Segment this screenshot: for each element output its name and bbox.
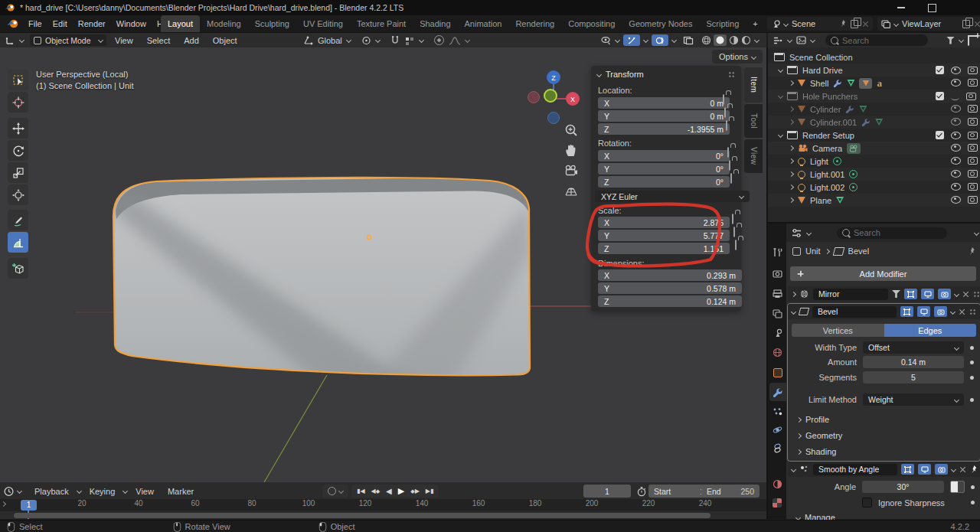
lock-scale-x-icon[interactable] — [732, 214, 733, 224]
blender-menu-icon[interactable] — [6, 18, 20, 29]
mirror-cage-icon[interactable] — [892, 290, 900, 298]
smooth-extras-chevron-icon[interactable] — [951, 466, 956, 472]
collection-checkbox[interactable] — [936, 92, 944, 100]
remove-view-layer-icon[interactable] — [974, 21, 980, 28]
outliner-item-label[interactable]: Hole Punchers — [802, 92, 858, 101]
hide-eye-icon[interactable] — [951, 196, 961, 204]
render-visibility-icon[interactable] — [968, 196, 978, 204]
expand-icon[interactable] — [789, 106, 794, 112]
mirror-expand-icon[interactable] — [791, 291, 796, 296]
mirror-editmode-toggle[interactable] — [904, 289, 917, 299]
smooth-render-toggle[interactable] — [935, 464, 948, 475]
properties-options-chevron-icon[interactable] — [974, 230, 979, 235]
outliner-item-label[interactable]: Hard Drive — [802, 66, 843, 75]
properties-tab-modifiers-icon[interactable] — [773, 387, 783, 398]
menu-object[interactable]: Object — [207, 36, 243, 45]
lock-location-x-icon[interactable] — [723, 94, 724, 105]
menu-add[interactable]: Add — [178, 36, 204, 45]
expand-icon[interactable] — [789, 80, 794, 86]
navigation-gizmo[interactable]: Z X — [525, 67, 582, 124]
outliner-item-label[interactable]: Scene Collection — [789, 53, 853, 62]
hide-eye-icon[interactable] — [951, 79, 961, 86]
outliner-search-field[interactable]: Search — [825, 34, 928, 46]
add-modifier-button[interactable]: Add Modifier — [790, 266, 976, 281]
smooth-modifier-header[interactable]: Smooth by Angle — [788, 462, 980, 477]
properties-search-field[interactable]: Search — [837, 227, 947, 239]
mirror-drag-icon[interactable] — [973, 291, 980, 298]
autokey-button[interactable] — [322, 485, 348, 498]
tab-sculpting[interactable]: Sculpting — [248, 15, 296, 32]
scale-z-field[interactable]: Z1.151 — [598, 243, 730, 254]
rotation-z-field[interactable]: Z0° — [598, 176, 730, 188]
expand-icon[interactable] — [789, 171, 794, 177]
gizmo-chevron-icon[interactable] — [643, 38, 648, 43]
outliner-row-camera[interactable]: Camera — [789, 142, 935, 155]
outliner-row-cylinder-001[interactable]: Cylinder.001 — [789, 116, 935, 129]
visibility-icon[interactable] — [600, 36, 612, 45]
outliner-row-cylinder[interactable]: Cylinder — [789, 103, 935, 116]
tab-modeling[interactable]: Modeling — [200, 15, 248, 32]
outliner-filter-chevron-icon[interactable] — [959, 38, 964, 43]
bevel-affect-edges[interactable]: Edges — [884, 324, 977, 337]
pin-id-icon[interactable] — [969, 247, 976, 256]
next-keyframe-button[interactable]: ◆▶ — [408, 488, 422, 494]
smooth-pin-icon[interactable] — [970, 465, 978, 474]
mode-dropdown[interactable]: Object Mode — [30, 34, 106, 46]
outliner-filter-image-icon[interactable] — [796, 36, 806, 44]
mirror-render-toggle[interactable] — [938, 289, 951, 299]
mirror-realtime-toggle[interactable] — [921, 289, 934, 299]
expand-icon[interactable] — [789, 184, 794, 190]
outliner-display-mode-icon[interactable] — [773, 36, 783, 45]
bevel-section-geometry[interactable]: Geometry — [797, 431, 980, 440]
outliner-row-plane[interactable]: Plane — [789, 194, 935, 207]
properties-editor-icon[interactable] — [791, 228, 802, 238]
editor-type-chevron-icon[interactable] — [19, 38, 24, 43]
pin-icon[interactable] — [840, 20, 847, 28]
smooth-realtime-toggle[interactable] — [918, 464, 931, 475]
transform-panel-header[interactable]: Transform — [597, 70, 735, 79]
options-dropdown[interactable]: Options — [712, 50, 763, 64]
menu-select[interactable]: Select — [142, 36, 176, 45]
menu-edit[interactable]: Edit — [47, 19, 73, 28]
outliner-item-label[interactable]: Cylinder.001 — [810, 118, 857, 127]
tab-texture-paint[interactable]: Texture Paint — [350, 15, 413, 32]
width-type-dropdown[interactable]: Offset — [863, 341, 964, 354]
snap-magnet-icon[interactable] — [390, 36, 400, 45]
properties-tab-physics-icon[interactable] — [773, 425, 782, 435]
outliner-item-label[interactable]: Light.001 — [810, 170, 844, 179]
expand-icon[interactable] — [789, 197, 794, 203]
camera-view-icon[interactable] — [563, 162, 580, 179]
shading-solid-active[interactable] — [714, 34, 727, 46]
menu-window[interactable]: Window — [111, 19, 152, 28]
menu-view[interactable]: View — [109, 36, 139, 45]
animate-dot[interactable] — [970, 398, 974, 402]
properties-tab-tool-icon[interactable] — [773, 248, 782, 258]
scene-dropdown-icon[interactable] — [783, 21, 789, 26]
display-mode-chevron-icon[interactable] — [787, 38, 792, 43]
outliner-row-light[interactable]: Light — [789, 155, 935, 168]
bevel-affect-vertices[interactable]: Vertices — [792, 324, 884, 337]
npanel-tab-view[interactable]: View — [744, 139, 763, 173]
tab-uv-editing[interactable]: UV Editing — [296, 15, 350, 32]
shading-wireframe-icon[interactable] — [701, 35, 711, 45]
mirror-extras-chevron-icon[interactable] — [954, 291, 959, 296]
render-visibility-icon[interactable] — [968, 170, 978, 178]
outliner-row-render-setup[interactable]: Render Setup — [779, 129, 932, 142]
bevel-extras-chevron-icon[interactable] — [950, 308, 956, 314]
outliner-item-label[interactable]: Cylinder — [810, 105, 841, 114]
bevel-expand-icon[interactable] — [791, 308, 796, 314]
collection-checkbox[interactable] — [936, 131, 944, 139]
mirror-modifier-header[interactable]: Mirror — [788, 286, 980, 302]
amount-slider[interactable]: 0.14 m — [863, 356, 964, 368]
timeline-editor-chevron-icon[interactable] — [17, 488, 22, 494]
zoom-view-icon[interactable] — [563, 122, 580, 139]
bevel-name-field[interactable]: Bevel — [812, 306, 897, 318]
rotation-y-field[interactable]: Y0° — [598, 163, 730, 175]
panel-drag-icon[interactable] — [728, 71, 735, 78]
view-layer-name[interactable]: ViewLayer — [902, 19, 959, 28]
hide-eye-icon[interactable] — [951, 67, 961, 74]
location-y-field[interactable]: Y0 m — [598, 110, 730, 122]
tab-compositing[interactable]: Compositing — [561, 15, 622, 32]
scale-y-field[interactable]: Y5.777 — [598, 230, 730, 241]
shading-material-icon[interactable] — [729, 35, 739, 45]
